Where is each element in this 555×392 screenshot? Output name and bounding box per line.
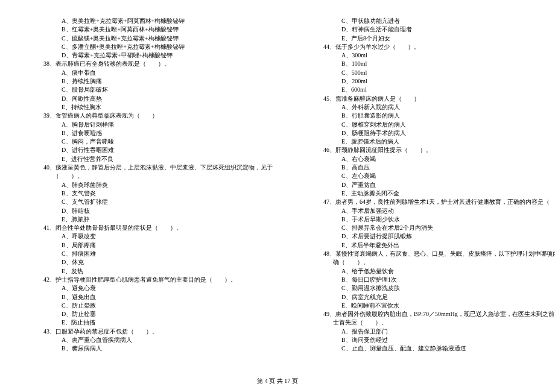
option-line: D、青霉素+克拉霉素+甲硝唑+枸橼酸铋钾 — [29, 51, 273, 60]
question-line: 40、痰液呈黄色，静置后分层，上层泡沫黏液、中层浆液、下层坏死组织沉淀物，见于 — [29, 163, 273, 172]
option-line: B、高血压 — [309, 163, 555, 172]
option-line: C、排尿异常会在术后2个月内消失 — [309, 224, 555, 232]
option-line: D、间歇性高热 — [29, 95, 273, 103]
option-line: A、手术后加强运动 — [309, 207, 555, 215]
option-line: D、防止栓塞 — [29, 310, 273, 318]
question-line: 49、患者因外伤致腹腔内脏出血，BP:70／50mmHg，现已送入急诊室，在医生… — [309, 310, 555, 318]
option-line: C、排痰困难 — [29, 250, 273, 258]
question-line: 46、肝颈静脉回流征阳性提示（ ）。 — [309, 146, 555, 154]
option-line: A、胸骨后针刺样痛 — [29, 121, 273, 129]
right-column: C、甲状腺功能亢进者D、精神病生活不能自理者E、产后8个月妇女44、低于多少为羊… — [291, 17, 555, 367]
option-line: A、给予低热量饮食 — [309, 267, 555, 276]
left-column: A、奥美拉唑+克拉霉素+阿莫西林+枸橼酸铋钾B、红霉素+奥美拉唑+阿莫西林+枸橼… — [0, 17, 291, 367]
option-line: E、主动脉瓣关闭不全 — [309, 189, 555, 198]
option-line: D、精神病生活不能自理者 — [309, 25, 555, 34]
question-line: 45、需准备麻醉床的病人是（ ） — [309, 95, 555, 103]
option-line: A、奥美拉唑+克拉霉素+阿莫西林+枸橼酸铋钾 — [29, 17, 273, 25]
option-line: B、支气管炎 — [29, 189, 273, 198]
option-line: B、100ml — [309, 60, 555, 68]
option-line: C、左心衰竭 — [309, 172, 555, 180]
option-line: E、术后半年避免外出 — [309, 241, 555, 250]
question-line: 48、某慢性肾衰竭病人，有厌食、恶心、口臭、失眠、皮肤瘙痒，以下护理计划中哪项内… — [309, 250, 555, 258]
option-line: A、痰中带血 — [29, 69, 273, 77]
option-line: B、进食哽噎感 — [29, 129, 273, 138]
option-line: C、500ml — [309, 69, 555, 77]
option-line: E、肺脓肿 — [29, 215, 273, 224]
question-line: 43、口服避孕药的禁忌症不包括（ ）。 — [29, 327, 273, 336]
continuation-line: （ ）。 — [29, 172, 273, 180]
option-line: C、甲状腺功能亢进者 — [309, 17, 555, 25]
option-line: C、勤用温水擦洗皮肤 — [309, 284, 555, 292]
page-footer: 第 4 页 共 17 页 — [0, 377, 555, 385]
option-line: C、止血、测量血压、配血、建立静脉输液通道 — [309, 344, 555, 353]
option-line: B、行胆囊造影的病人 — [309, 112, 555, 120]
option-line: C、胸闷，声音嘶哑 — [29, 138, 273, 146]
option-line: E、600ml — [309, 86, 555, 94]
question-line: 47、患者男，64岁，良性前列腺增生术1天，护士对其进行健康教育，正确的内容是（… — [309, 198, 555, 206]
option-line: B、局部疼痛 — [29, 241, 273, 250]
option-line: E、产后8个月妇女 — [309, 34, 555, 43]
option-line: C、防止晕厥 — [29, 302, 273, 310]
option-line: E、腹腔镜术后的病人 — [309, 138, 555, 146]
content-columns: A、奥美拉唑+克拉霉素+阿莫西林+枸橼酸铋钾B、红霉素+奥美拉唑+阿莫西林+枸橼… — [0, 17, 555, 367]
option-line: A、外科新入院的病人 — [309, 103, 555, 112]
option-line: A、肺炎球菌肺炎 — [29, 181, 273, 189]
continuation-line: 确（ ）。 — [309, 258, 555, 267]
option-line: D、病室光线充足 — [309, 293, 555, 302]
question-line: 44、低于多少为羊水过少（ ）。 — [309, 43, 555, 51]
option-line: C、多潘立酮+奥美拉唑+克拉霉素+枸橼酸铋钾 — [29, 43, 273, 51]
option-line: D、休克 — [29, 258, 273, 267]
option-line: B、红霉素+奥美拉唑+阿莫西林+枸橼酸铋钾 — [29, 25, 273, 34]
option-line: C、腰椎穿刺术后的病人 — [309, 121, 555, 129]
option-line: A、呼吸改变 — [29, 232, 273, 241]
option-line: C、股骨局部破坏 — [29, 86, 273, 94]
option-line: B、糖尿病病人 — [29, 344, 273, 353]
option-line: D、严重贫血 — [309, 181, 555, 189]
option-line: E、晚间睡前不宜饮水 — [309, 302, 555, 310]
option-line: A、避免心衰 — [29, 284, 273, 292]
question-line: 38、表示肺癌已有全身转移的表现是（ ）。 — [29, 60, 273, 68]
continuation-line: 士首先应（ ）。 — [309, 318, 555, 327]
option-line: E、进行性营养不良 — [29, 155, 273, 163]
option-line: D、200ml — [309, 77, 555, 86]
option-line: D、肠梗阻待手术的病人 — [309, 129, 555, 138]
option-line: B、持续性胸痛 — [29, 77, 273, 86]
option-line: A、患严重心血管疾病病人 — [29, 336, 273, 344]
option-line: D、术后要进行提肛肌锻炼 — [309, 232, 555, 241]
question-line: 41、闭合性单处肋骨骨折最明显的症状是（ ）。 — [29, 224, 273, 232]
option-line: C、支气管扩张症 — [29, 198, 273, 206]
option-line: B、询问受伤经过 — [309, 336, 555, 344]
option-line: A、报告保卫部门 — [309, 327, 555, 336]
option-line: A、右心衰竭 — [309, 155, 555, 163]
option-line: B、手术后早期少饮水 — [309, 215, 555, 224]
option-line: E、防止抽搐 — [29, 318, 273, 327]
option-line: A、300ml — [309, 51, 555, 60]
option-line: B、避免出血 — [29, 293, 273, 302]
option-line: C、硫酸镁+奥美拉唑+克拉霉素+枸橼酸铋钾 — [29, 34, 273, 43]
option-line: E、持续性胸水 — [29, 103, 273, 112]
option-line: D、肺结核 — [29, 207, 273, 215]
question-line: 39、食管癌病人的典型临床表现为（ ） — [29, 112, 273, 120]
option-line: B、每日口腔护理1次 — [309, 276, 555, 284]
question-line: 42、护士指导梗阻性肥厚型心肌病患者避免屏气的主要目的是（ ）。 — [29, 276, 273, 284]
option-line: D、进行性吞咽困难 — [29, 146, 273, 154]
option-line: E、发热 — [29, 267, 273, 276]
